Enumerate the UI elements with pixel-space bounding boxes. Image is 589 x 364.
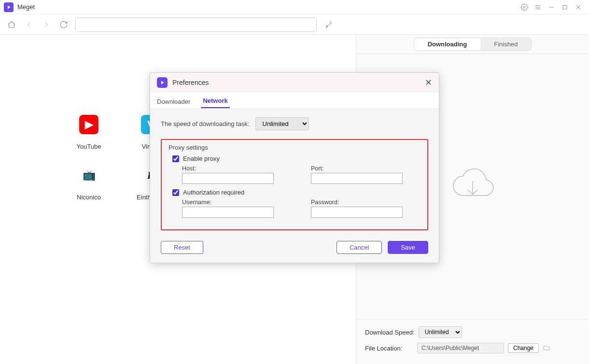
host-input[interactable] [182,173,274,184]
password-input[interactable] [311,207,403,218]
cloud-download-icon [449,167,497,207]
username-label: Username: [182,199,292,206]
auth-required-label: Authorization required [183,189,244,196]
close-modal-button[interactable]: ✕ [425,77,432,88]
refresh-button[interactable] [58,19,70,30]
niconico-icon: 📺 [79,166,98,185]
toolbar [0,14,589,35]
username-input[interactable] [182,207,274,218]
home-button[interactable] [6,19,17,30]
site-label: Niconico [77,194,101,201]
downloads-footer: Download Speed: Unlimited File Location:… [356,319,589,364]
enable-proxy-label: Enable proxy [183,155,220,162]
port-input[interactable] [311,173,403,184]
youtube-icon: ▶ [79,115,98,134]
cancel-button[interactable]: Cancel [337,241,382,254]
tab-downloader[interactable]: Downloader [155,95,192,108]
proxy-settings-group: Proxy settings Enable proxy Host: Port: … [161,139,428,230]
download-speed-label: Download Speed: [365,329,415,336]
minimize-button[interactable] [545,0,558,14]
app-icon [157,77,168,88]
maximize-button[interactable] [558,0,572,14]
svg-rect-5 [563,5,567,9]
save-button[interactable]: Save [388,241,428,254]
modal-tabs: Downloader Network [150,92,439,109]
app-name: Meget [17,3,35,11]
task-speed-label: The speed of downloading task: [161,120,250,127]
modal-header: Preferences ✕ [150,73,439,92]
site-niconico[interactable]: 📺 Niconico [58,158,120,209]
proxy-legend: Proxy settings [168,144,421,151]
back-button[interactable] [23,19,35,30]
tab-network[interactable]: Network [201,94,229,108]
url-input[interactable] [75,17,317,32]
password-label: Password: [311,199,421,206]
auth-required-checkbox[interactable] [172,189,179,196]
titlebar: Meget [0,0,589,14]
enable-proxy-checkbox[interactable] [172,155,179,162]
open-folder-icon[interactable] [543,344,550,353]
settings-icon[interactable] [518,0,531,14]
site-label: YouTube [76,143,101,150]
task-speed-select[interactable]: Unlimited [255,117,309,130]
menu-icon[interactable] [531,0,545,14]
close-window-button[interactable] [572,0,585,14]
paste-url-button[interactable] [323,18,335,31]
download-speed-select[interactable]: Unlimited [419,326,462,338]
file-location-input[interactable] [417,343,504,353]
port-label: Port: [311,165,421,172]
downloads-tabs: Downloading Finished [414,38,532,51]
svg-point-0 [523,6,525,8]
change-location-button[interactable]: Change [508,343,539,353]
forward-button[interactable] [41,19,52,30]
host-label: Host: [182,165,292,172]
tab-downloading[interactable]: Downloading [414,38,481,50]
site-youtube[interactable]: ▶ YouTube [58,107,120,158]
preferences-modal: Preferences ✕ Downloader Network The spe… [150,72,439,263]
reset-button[interactable]: Reset [161,241,203,254]
modal-title: Preferences [172,79,209,86]
app-icon [4,2,14,12]
tab-finished[interactable]: Finished [480,38,531,50]
file-location-label: File Location: [365,345,413,352]
